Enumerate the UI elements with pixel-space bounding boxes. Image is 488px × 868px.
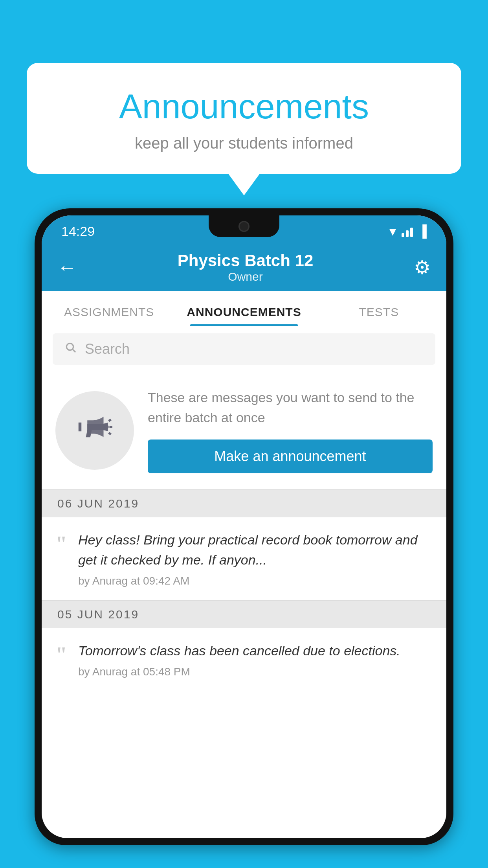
speech-bubble: Announcements keep all your students inf… xyxy=(27,63,461,174)
megaphone-circle xyxy=(55,391,134,470)
svg-line-1 xyxy=(73,349,75,352)
app-subtitle: keep all your students informed xyxy=(50,134,438,152)
search-bar[interactable]: Search xyxy=(53,333,435,365)
message-item-1[interactable]: " Hey class! Bring your practical record… xyxy=(42,517,446,600)
camera xyxy=(238,221,250,232)
app-bar-title-section: Physics Batch 12 Owner xyxy=(89,251,402,283)
message-item-2[interactable]: " Tomorrow's class has been cancelled du… xyxy=(42,628,446,691)
search-placeholder: Search xyxy=(85,341,130,357)
search-icon xyxy=(64,341,77,357)
signal-icon xyxy=(402,225,413,237)
batch-name: Physics Batch 12 xyxy=(89,251,402,270)
svg-point-2 xyxy=(104,425,108,429)
message-content-2: Tomorrow's class has been cancelled due … xyxy=(78,641,433,678)
message-text-1: Hey class! Bring your practical record b… xyxy=(78,530,433,570)
date-separator-2: 05 JUN 2019 xyxy=(42,600,446,628)
settings-icon[interactable]: ⚙ xyxy=(414,256,431,278)
status-icons: ▾ ▐ xyxy=(389,223,427,239)
megaphone-icon xyxy=(77,409,112,452)
quote-icon-2: " xyxy=(55,644,67,665)
message-meta-2: by Anurag at 05:48 PM xyxy=(78,666,433,678)
announcement-description: These are messages you want to send to t… xyxy=(148,388,433,428)
phone-outer: 14:29 ▾ ▐ ← Physics Batch 12 Owner xyxy=(35,208,453,845)
batch-role: Owner xyxy=(89,270,402,283)
tab-bar: ASSIGNMENTS ANNOUNCEMENTS TESTS xyxy=(42,291,446,326)
wifi-icon: ▾ xyxy=(389,223,396,239)
date-separator-1: 06 JUN 2019 xyxy=(42,489,446,517)
svg-point-0 xyxy=(66,343,73,350)
app-title: Announcements xyxy=(50,86,438,127)
svg-line-4 xyxy=(109,433,111,434)
quote-icon-1: " xyxy=(55,533,67,554)
svg-line-3 xyxy=(109,419,111,421)
message-text-2: Tomorrow's class has been cancelled due … xyxy=(78,641,433,661)
announcement-cta-right: These are messages you want to send to t… xyxy=(148,388,433,473)
make-announcement-button[interactable]: Make an announcement xyxy=(148,440,433,473)
phone-notch xyxy=(209,215,279,237)
message-meta-1: by Anurag at 09:42 AM xyxy=(78,575,433,587)
message-content-1: Hey class! Bring your practical record b… xyxy=(78,530,433,587)
tab-announcements[interactable]: ANNOUNCEMENTS xyxy=(176,305,311,326)
search-container: Search xyxy=(42,326,446,372)
phone-screen: 14:29 ▾ ▐ ← Physics Batch 12 Owner xyxy=(42,215,446,838)
back-button[interactable]: ← xyxy=(57,256,77,279)
battery-icon: ▐ xyxy=(418,224,427,238)
speech-bubble-tail xyxy=(228,174,260,195)
tab-assignments[interactable]: ASSIGNMENTS xyxy=(42,305,176,326)
announcement-empty-state: These are messages you want to send to t… xyxy=(42,372,446,489)
speech-bubble-section: Announcements keep all your students inf… xyxy=(27,63,461,195)
tab-tests[interactable]: TESTS xyxy=(312,305,446,326)
phone-frame: 14:29 ▾ ▐ ← Physics Batch 12 Owner xyxy=(35,208,453,868)
app-bar: ← Physics Batch 12 Owner ⚙ xyxy=(42,244,446,291)
status-time: 14:29 xyxy=(61,224,95,239)
